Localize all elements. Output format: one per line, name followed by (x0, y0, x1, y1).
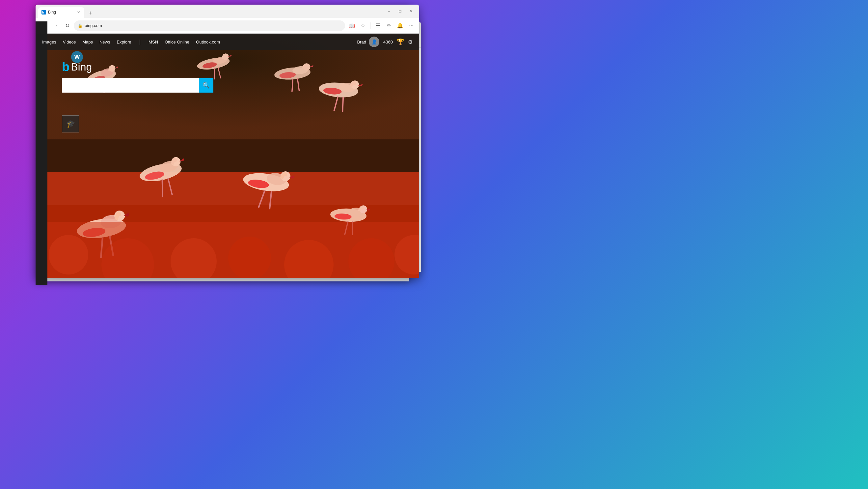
bing-nav-outlook[interactable]: Outlook.com (196, 38, 220, 46)
edge-maximize[interactable]: □ (395, 7, 405, 16)
edge-navbar: ← → ↻ 🔒 bing.com 📖 ☆ ☰ ✏ 🔔 ··· (36, 18, 419, 34)
bing-search-box: 🔍 (62, 78, 213, 93)
bing-trophy-icon: 🏆 (397, 38, 404, 46)
edge-refresh-btn[interactable]: ↻ (62, 21, 72, 31)
bing-nav-msn[interactable]: MSN (149, 38, 158, 46)
lock-icon: 🔒 (78, 23, 83, 28)
edge-webnote-btn[interactable]: ✏ (383, 21, 394, 31)
bing-logo: b Bing (62, 60, 213, 74)
edge-forward-btn[interactable]: → (50, 21, 61, 31)
bing-username: Brad (357, 39, 366, 45)
mortarboard-icon: 🎓 (66, 120, 75, 128)
svg-point-54 (49, 235, 88, 275)
bing-tab[interactable]: b Bing ✕ (38, 7, 84, 18)
divider (370, 22, 370, 29)
edge-cortana-btn[interactable]: 🔔 (395, 21, 405, 31)
edge-bing-window: b Bing ✕ + − □ ✕ ← → ↻ 🔒 bing.com 📖 ☆ ☰ … (36, 5, 419, 278)
bing-user-area[interactable]: Brad 👤 (357, 36, 379, 47)
bing-tab-label: Bing (48, 10, 56, 15)
bing-user-avatar[interactable]: 👤 (369, 36, 379, 47)
bing-nav-videos[interactable]: Videos (63, 38, 76, 46)
bing-hotspot-icon[interactable]: 🎓 (62, 115, 79, 133)
bing-reward-score: 4360 (383, 39, 393, 45)
bing-nav-office-online[interactable]: Office Online (165, 38, 189, 46)
bing-logo-text: Bing (71, 61, 92, 73)
bing-search-area: b Bing 🔍 (62, 60, 213, 93)
bing-nav-maps[interactable]: Maps (82, 38, 93, 46)
edge-hub-btn[interactable]: ☰ (372, 21, 383, 31)
wordpress-sidebar: W (36, 22, 48, 285)
bing-nav-news[interactable]: News (99, 38, 110, 46)
edge-new-tab-button[interactable]: + (86, 8, 95, 18)
edge-reading-view-btn[interactable]: 📖 (346, 21, 357, 31)
edge-tab-bar: b Bing ✕ + (36, 5, 383, 18)
edge-more-btn[interactable]: ··· (406, 21, 416, 31)
bing-search-input[interactable] (62, 78, 199, 93)
bing-settings-icon[interactable]: ⚙ (408, 39, 412, 45)
bing-search-button[interactable]: 🔍 (199, 78, 213, 93)
bing-tab-close[interactable]: ✕ (76, 9, 81, 15)
bing-topnav: Images Videos Maps News Explore | MSN Of… (36, 34, 419, 50)
bing-nav-images[interactable]: Images (42, 38, 56, 46)
edge-close[interactable]: ✕ (406, 7, 416, 16)
edge-window-controls: − □ ✕ (383, 7, 419, 16)
edge-nav-right: 📖 ☆ ☰ ✏ 🔔 ··· (346, 21, 416, 31)
bing-nav-items: Images Videos Maps News Explore | MSN Of… (42, 38, 220, 46)
edge-favorites-btn[interactable]: ☆ (358, 21, 368, 31)
edge-bing-content: Images Videos Maps News Explore | MSN Of… (36, 34, 419, 278)
bing-nav-divider: | (139, 38, 141, 46)
edge-address-text: bing.com (85, 23, 102, 28)
bing-nav-right: Brad 👤 4360 🏆 ⚙ (357, 36, 412, 47)
bing-tab-favicon: b (41, 10, 46, 15)
svg-point-57 (228, 237, 271, 278)
bing-logo-b: b (62, 60, 69, 74)
bing-nav-explore[interactable]: Explore (117, 38, 131, 46)
edge-minimize[interactable]: − (383, 7, 394, 16)
edge-address-bar[interactable]: 🔒 bing.com (74, 21, 345, 31)
svg-text:b: b (42, 11, 44, 14)
edge-titlebar: b Bing ✕ + − □ ✕ (36, 5, 419, 18)
